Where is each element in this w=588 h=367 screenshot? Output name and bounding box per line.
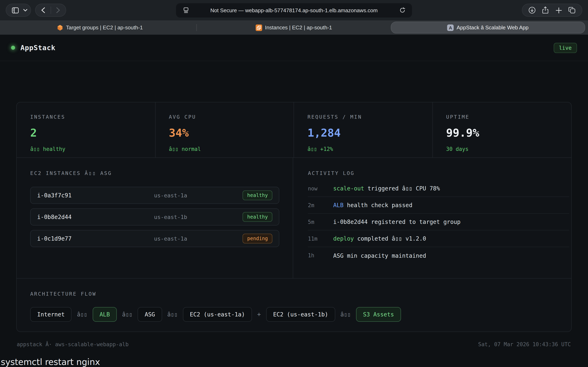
flow-arrow: â▯▯ [167,311,178,318]
status-badge: healthy [243,212,272,222]
stat-value: 2 [30,126,155,139]
log-message: ASG min capacity maintained [333,252,426,259]
page-header: AppStack live [0,35,588,61]
instance-id: i-0b8e2d44 [37,214,98,220]
flow-diagram: Internet â▯▯ ALB â▯▯ ASG â▯▯ EC2 (us-eas… [30,307,558,322]
share-button[interactable] [540,4,551,16]
flow-arrow: â▯▯ [340,311,351,318]
log-entry: 1h ASG min capacity maintained [308,247,569,264]
stat-uptime: UPTIME 99.9% 30 days [433,102,571,157]
status-badge: healthy [243,191,272,200]
log-time: 11m [308,235,333,242]
instance-id: i-0c1d9e77 [37,235,98,242]
page-footer: appstack Â· aws-scalable-webapp-alb Sat,… [17,341,571,347]
flow-plus: + [257,311,261,318]
stat-label: INSTANCES [30,114,155,120]
address-bar[interactable]: Not Secure — webapp-alb-577478174.ap-sou… [176,3,412,17]
log-time: now [308,185,333,192]
stat-value: 1,284 [307,126,432,139]
ec2-instances-icon [256,24,262,31]
new-tab-button[interactable] [553,4,564,16]
stat-requests: REQUESTS / MIN 1,284 â▯▯ +12% [294,102,433,157]
footer-app-id: appstack Â· aws-scalable-webapp-alb [17,341,129,347]
tab-appstack-active[interactable]: A AppStack â Scalable Web App [390,22,585,33]
page-content: AppStack live INSTANCES 2 â▯▯ healthy AV… [0,35,588,367]
tab-label: AppStack â Scalable Web App [457,25,528,31]
instance-id: i-0a3f7c91 [37,192,98,199]
flow-node-asg: ASG [138,307,162,322]
flow-node-ec2-b: EC2 (us-east-1b) [266,307,335,322]
flow-node-internet: Internet [30,307,72,322]
live-badge: live [553,43,577,53]
instance-row[interactable]: i-0c1d9e77 us-east-1a pending [30,230,279,247]
url-text: Not Secure — webapp-alb-577478174.ap-sou… [191,7,397,13]
page-format-icon[interactable] [180,4,191,16]
page-title: AppStack [20,44,56,52]
instance-az: us-east-1b [98,214,243,220]
stat-label: UPTIME [446,114,571,120]
instance-az: us-east-1a [98,192,243,199]
sidebar-toggle-button[interactable] [6,4,31,17]
tab-overview-button[interactable] [566,4,578,16]
log-entry: now scale-out triggered â▯▯ CPU 78% [308,180,569,197]
stat-sub: 30 days [446,146,571,152]
flow-arrow: â▯▯ [122,311,132,318]
log-time: 5m [308,219,333,225]
stat-sub: â▯▯ +12% [307,146,432,152]
instances-title: EC2 INSTANCES Â▯▯ ASG [30,170,279,176]
activity-log: now scale-out triggered â▯▯ CPU 78% 2m A… [308,180,569,264]
log-entry: 11m deploy completed â▯▯ v1.2.0 [308,230,569,247]
flow-arrow: â▯▯ [77,311,87,318]
forward-button[interactable] [51,7,66,13]
instances-panel: EC2 INSTANCES Â▯▯ ASG i-0a3f7c91 us-east… [17,158,293,278]
status-dot [11,46,15,50]
stat-value: 99.9% [446,126,571,139]
log-keyword: scale-out [333,185,364,192]
instance-row[interactable]: i-0a3f7c91 us-east-1a healthy [30,187,279,204]
stat-label: REQUESTS / MIN [307,114,432,120]
log-message: i-0b8e2d44 registered to target group [333,218,461,225]
log-entry: 5m i-0b8e2d44 registered to target group [308,214,569,230]
log-message: completed â▯▯ v1.2.0 [354,235,426,242]
stat-avg-cpu: AVG CPU 34% â▯▯ normal [155,102,294,157]
stat-sub: â▯▯ normal [169,146,294,152]
flow-node-ec2-a: EC2 (us-east-1a) [183,307,252,322]
instances-list: i-0a3f7c91 us-east-1a healthy i-0b8e2d44… [30,187,279,247]
sidebar-icon [9,4,21,16]
instance-az: us-east-1a [98,235,243,242]
status-badge: pending [243,234,272,243]
flow-node-s3: S3 Assets [356,307,401,322]
downloads-button[interactable] [527,4,538,16]
log-time: 1h [308,252,333,259]
log-message: health check passed [344,202,412,208]
footer-timestamp: Sat, 07 Mar 2026 10:43:36 UTC [478,341,571,347]
activity-title: ACTIVITY LOG [308,170,569,176]
stats-row: INSTANCES 2 â▯▯ healthy AVG CPU 34% â▯▯ … [17,102,571,158]
toolbar-action-group [522,4,582,17]
ec2-cube-icon [57,24,63,31]
log-time: 2m [308,202,333,208]
flow-title: ARCHITECTURE FLOW [30,291,558,297]
log-keyword: deploy [333,235,354,242]
browser-window: Not Secure — webapp-alb-577478174.ap-sou… [0,0,588,367]
appstack-favicon: A [447,24,454,31]
tab-label: Instances | EC2 | ap-south-1 [265,25,332,31]
reload-icon[interactable] [397,4,408,16]
browser-toolbar: Not Secure — webapp-alb-577478174.ap-sou… [0,0,588,20]
instance-row[interactable]: i-0b8e2d44 us-east-1b healthy [30,208,279,225]
architecture-flow-section: ARCHITECTURE FLOW Internet â▯▯ ALB â▯▯ A… [17,278,571,332]
log-entry: 2m ALB health check passed [308,197,569,214]
nav-button-group [35,4,66,17]
stat-label: AVG CPU [169,114,294,120]
chevron-down-icon [23,9,27,11]
flow-node-alb: ALB [93,307,117,322]
tab-instances[interactable]: Instances | EC2 | ap-south-1 [197,20,391,35]
tab-strip: Target groups | EC2 | ap-south-1 Instanc… [0,20,588,35]
tab-target-groups[interactable]: Target groups | EC2 | ap-south-1 [3,20,197,35]
log-keyword: ALB [333,202,344,208]
stat-sub: â▯▯ healthy [30,146,155,152]
dashboard-card: INSTANCES 2 â▯▯ healthy AVG CPU 34% â▯▯ … [16,102,572,332]
tab-label: Target groups | EC2 | ap-south-1 [66,25,143,31]
terminal-command-text: systemctl restart nginx [1,357,100,367]
back-button[interactable] [35,7,51,13]
